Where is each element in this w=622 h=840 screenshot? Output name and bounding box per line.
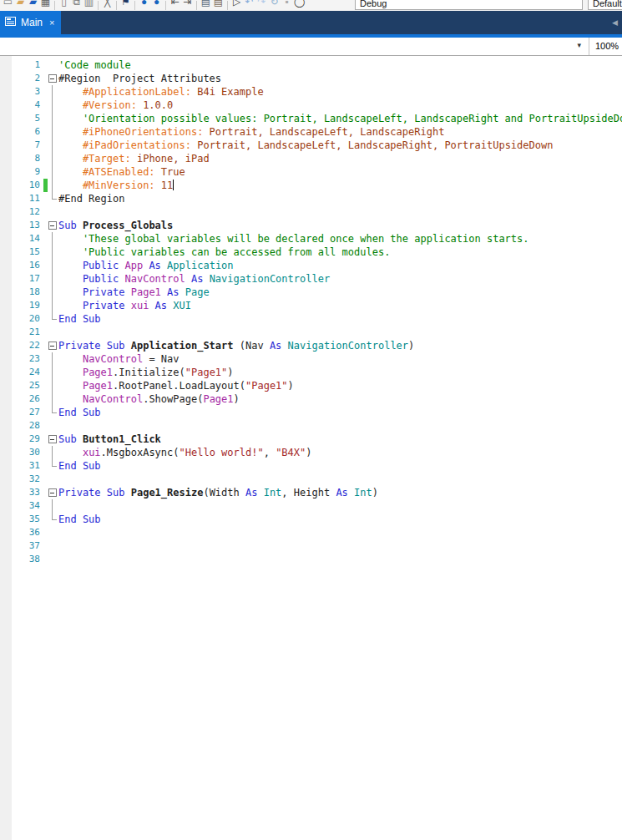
line-number: 25: [12, 379, 43, 392]
code-line-6[interactable]: 6 #iPhoneOrientations: Portrait, Landsca…: [12, 125, 622, 139]
code-line-24[interactable]: 24 Page1.Initialize("Page1"): [12, 366, 622, 379]
code-line-16[interactable]: 16 Public App As Application: [12, 259, 622, 272]
code-line-28[interactable]: 28: [12, 419, 622, 433]
code-line-19[interactable]: 19 Private xui As XUI: [12, 299, 622, 312]
fold-line: [48, 446, 58, 459]
code-line-31[interactable]: 31End Sub: [12, 459, 622, 473]
code-line-26[interactable]: 26 NavControl.ShowPage(Page1): [12, 392, 622, 406]
code-line-8[interactable]: 8 #Target: iPhone, iPad: [12, 152, 622, 165]
code-line-20[interactable]: 20End Sub: [12, 312, 622, 326]
export-project-icon[interactable]: ▯: [58, 0, 70, 11]
line-number: 18: [12, 286, 43, 299]
new-window-icon[interactable]: ▭: [2, 0, 14, 11]
uncomment-icon[interactable]: ▤: [212, 0, 225, 11]
line-number: 5: [12, 112, 43, 125]
code-line-2[interactable]: 2#Region Project Attributes: [12, 72, 622, 85]
run-icon[interactable]: ▷: [230, 0, 243, 11]
tab-close-icon[interactable]: ×: [49, 18, 54, 28]
line-number: 31: [12, 459, 43, 473]
code-module-icon: [5, 17, 16, 28]
undo-icon[interactable]: ↶: [243, 0, 255, 11]
code-line-5[interactable]: 5 'Orientation possible values: Portrait…: [12, 112, 622, 125]
code-line-4[interactable]: 4 #Version: 1.0.0: [12, 99, 622, 112]
outdent-icon[interactable]: ⇤: [169, 0, 181, 11]
code-line-18[interactable]: 18 Private Page1 As Page: [12, 286, 622, 299]
line-number: 32: [12, 473, 43, 486]
designer-icon[interactable]: ▥: [83, 0, 95, 11]
modules-icon[interactable]: ⧉: [70, 0, 83, 11]
build-configuration-combobox[interactable]: Debug: [355, 0, 583, 10]
line-number: 28: [12, 419, 43, 433]
code-line-13[interactable]: 13Sub Process_Globals: [12, 219, 622, 232]
code-editor[interactable]: 1'Code module2#Region Project Attributes…: [0, 56, 622, 840]
code-line-15[interactable]: 15 'Public variables can be accessed fro…: [12, 245, 622, 259]
editor-zoom-level[interactable]: 100%: [589, 38, 622, 55]
code-line-35[interactable]: 35End Sub: [12, 513, 622, 526]
code-line-3[interactable]: 3 #ApplicationLabel: B4i Example: [12, 85, 622, 99]
comment-icon[interactable]: ▤: [200, 0, 212, 11]
code-line-23[interactable]: 23 NavControl = Nav: [12, 352, 622, 366]
fold-collapse-icon[interactable]: [48, 433, 58, 446]
fold-line: [48, 312, 58, 326]
tab-scroll-left-icon[interactable]: ◀: [612, 18, 618, 27]
code-text: #ApplicationLabel: B4i Example: [58, 85, 264, 99]
chevron-down-icon[interactable]: ▾: [577, 41, 581, 49]
fold-collapse-icon[interactable]: [48, 72, 58, 85]
save-icon[interactable]: ▰: [27, 0, 39, 11]
code-line-32[interactable]: 32: [12, 473, 622, 486]
navigate-forward-icon[interactable]: ●: [150, 0, 163, 11]
code-text: #iPadOrientations: Portrait, LandscapeLe…: [58, 139, 553, 152]
code-line-27[interactable]: 27End Sub: [12, 406, 622, 419]
fold-line: [48, 352, 58, 366]
code-line-34[interactable]: 34: [12, 499, 622, 513]
code-line-33[interactable]: 33Private Sub Page1_Resize(Width As Int,…: [12, 486, 622, 499]
code-text: #Region Project Attributes: [58, 72, 221, 85]
breakpoint-margin[interactable]: [0, 56, 12, 840]
fold-margin: [48, 539, 58, 553]
code-line-12[interactable]: 12: [12, 205, 622, 219]
tab-bar: Main × ◀: [0, 11, 622, 34]
code-line-30[interactable]: 30 xui.MsgboxAsync("Hello world!", "B4X"…: [12, 446, 622, 459]
code-line-22[interactable]: 22Private Sub Application_Start (Nav As …: [12, 339, 622, 352]
code-line-7[interactable]: 7 #iPadOrientations: Portrait, Landscape…: [12, 139, 622, 152]
pause-icon[interactable]: ▪: [281, 0, 293, 11]
line-number: 12: [12, 205, 43, 219]
line-number: 10: [12, 179, 43, 192]
fold-line: [48, 192, 58, 205]
code-line-21[interactable]: 21: [12, 326, 622, 339]
fold-collapse-icon[interactable]: [48, 486, 58, 499]
code-line-1[interactable]: 1'Code module: [12, 58, 622, 72]
build-configuration-value: Debug: [360, 0, 387, 8]
indent-icon[interactable]: ⇥: [181, 0, 194, 11]
code-line-29[interactable]: 29Sub Button1_Click: [12, 433, 622, 446]
save-all-icon[interactable]: ▦: [39, 0, 52, 11]
fold-line: [48, 112, 58, 125]
code-line-36[interactable]: 36: [12, 526, 622, 539]
cut-icon[interactable]: ╳: [101, 0, 114, 11]
redo-icon[interactable]: ↷: [255, 0, 268, 11]
code-line-38[interactable]: 38: [12, 553, 622, 566]
refresh-icon[interactable]: ↻: [268, 0, 281, 11]
bookmark-icon[interactable]: ⚑: [119, 0, 132, 11]
fold-collapse-icon[interactable]: [48, 339, 58, 352]
code-line-11[interactable]: 11#End Region: [12, 192, 622, 205]
tab-main[interactable]: Main ×: [0, 11, 61, 34]
code-line-37[interactable]: 37: [12, 539, 622, 553]
build-profile-combobox[interactable]: Default: [588, 0, 622, 10]
code-line-14[interactable]: 14 'These global variables will be decla…: [12, 232, 622, 245]
jump-to-sub-combobox[interactable]: ▾: [0, 38, 589, 55]
fold-line: [48, 179, 58, 192]
code-text: Private Page1 As Page: [58, 286, 210, 299]
code-line-25[interactable]: 25 Page1.RootPanel.LoadLayout("Page1"): [12, 379, 622, 392]
code-lines: 1'Code module2#Region Project Attributes…: [12, 58, 622, 566]
open-folder-icon[interactable]: ▰: [14, 0, 27, 11]
rebuild-icon[interactable]: ◯: [293, 0, 306, 11]
code-line-10[interactable]: 10 #MinVersion: 11: [12, 179, 622, 192]
navigate-back-icon[interactable]: ●: [138, 0, 150, 11]
line-number: 19: [12, 299, 43, 312]
code-line-9[interactable]: 9 #ATSEnabled: True: [12, 165, 622, 179]
line-number: 26: [12, 392, 43, 406]
fold-line: [48, 232, 58, 245]
code-line-17[interactable]: 17 Public NavControl As NavigationContro…: [12, 272, 622, 286]
fold-collapse-icon[interactable]: [48, 219, 58, 232]
